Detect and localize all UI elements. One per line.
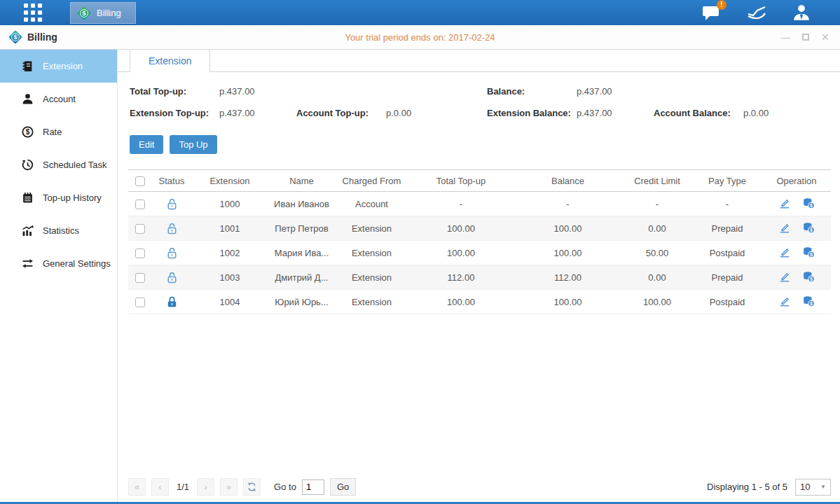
cell-charged-from: Extension [335, 290, 408, 314]
account-icon [22, 93, 34, 105]
cell-pay-type: - [692, 192, 762, 216]
edit-row-icon[interactable] [778, 221, 791, 234]
page-size-select[interactable]: 10 ▼ [795, 479, 831, 496]
monitor-button[interactable] [747, 5, 766, 20]
window-controls: — × [780, 30, 829, 45]
edit-button[interactable]: Edit [130, 135, 163, 154]
cell-credit-limit: 100.00 [622, 290, 692, 314]
cell-extension: 1004 [191, 290, 268, 314]
tab-extension[interactable]: Extension [130, 50, 210, 72]
col-header-pay-type: Pay Type [692, 170, 762, 192]
notification-badge: ! [717, 0, 727, 10]
select-all-checkbox[interactable] [135, 176, 145, 186]
last-page-button[interactable]: » [220, 478, 237, 496]
scheduled-task-icon [22, 159, 34, 171]
col-header-charged-from: Charged From [335, 170, 408, 192]
account-topup-value: p.0.00 [386, 108, 463, 118]
balance-summary: Total Top-up: p.437.00 Extension Top-up:… [118, 72, 840, 128]
statistics-icon [22, 225, 34, 237]
edit-row-icon[interactable] [778, 295, 791, 307]
minimize-button[interactable]: — [780, 31, 790, 43]
topup-row-icon[interactable]: $ [802, 246, 815, 258]
cell-extension: 1000 [191, 192, 268, 216]
balance-value: p.437.00 [577, 86, 654, 97]
taskbar-tab-label: Billing [97, 8, 121, 18]
select-all-cell [128, 170, 152, 192]
cell-name: Дмитрий Д... [268, 265, 335, 290]
unlock-icon [165, 222, 179, 232]
row-checkbox[interactable] [135, 273, 145, 283]
extension-icon [22, 60, 34, 72]
row-checkbox[interactable] [135, 224, 145, 234]
edit-row-icon[interactable] [778, 246, 791, 258]
sidebar-item-rate[interactable]: $Rate [0, 115, 117, 148]
sidebar-item-extension[interactable]: Extension [0, 50, 117, 83]
window-titlebar: $ Billing Your trial period ends on: 201… [0, 25, 840, 50]
extension-balance-label: Extension Balance: [487, 108, 577, 118]
topup-row-icon[interactable]: $ [802, 270, 815, 283]
first-page-button[interactable]: « [128, 478, 146, 496]
extensions-table: StatusExtensionNameCharged FromTotal Top… [128, 169, 831, 314]
col-header-name: Name [268, 170, 335, 192]
topup-button[interactable]: Top Up [170, 135, 216, 154]
sidebar-item-account[interactable]: Account [0, 83, 117, 115]
svg-text:$: $ [810, 301, 813, 307]
refresh-button[interactable] [243, 478, 261, 496]
topup-row-icon[interactable]: $ [802, 295, 815, 307]
col-header-balance: Balance [514, 170, 622, 192]
app-launcher-icon[interactable] [24, 4, 42, 22]
cell-total-topup: 100.00 [408, 241, 514, 265]
cell-charged-from: Extension [335, 265, 408, 290]
cell-charged-from: Account [335, 192, 408, 216]
cell-name: Иван Иванов [268, 192, 335, 216]
pagination-bar: « ‹ 1/1 › » Go to Go [128, 478, 831, 496]
next-page-button[interactable]: › [197, 478, 214, 496]
sidebar-item-statistics[interactable]: Statistics [0, 214, 117, 247]
svg-text:$: $ [810, 276, 813, 282]
cell-balance: 100.00 [514, 216, 622, 241]
cell-total-topup: - [408, 192, 514, 216]
go-button[interactable]: Go [330, 478, 356, 496]
taskbar: $ Billing ! [0, 0, 840, 25]
goto-label: Go to [274, 482, 296, 492]
table-row: 1000Иван ИвановAccount----$ [128, 192, 831, 216]
total-topup-label: Total Top-up: [130, 86, 219, 97]
page-indicator: 1/1 [177, 482, 189, 492]
cell-charged-from: Extension [335, 216, 408, 241]
main-panel: Extension Total Top-up: p.437.00 Extensi… [118, 50, 840, 502]
edit-row-icon[interactable] [778, 270, 791, 283]
unlock-icon [165, 246, 179, 257]
sidebar-item-top-up-history[interactable]: Top-up History [0, 181, 117, 214]
taskbar-tray: ! [702, 0, 811, 25]
topup-row-icon[interactable]: $ [802, 197, 815, 209]
cell-extension: 1002 [191, 241, 268, 265]
lock-icon [165, 295, 179, 306]
messages-button[interactable]: ! [702, 4, 721, 21]
row-checkbox[interactable] [135, 248, 145, 258]
goto-page-input[interactable] [302, 479, 324, 495]
row-checkbox[interactable] [135, 298, 145, 307]
taskbar-billing-tab[interactable]: $ Billing [70, 2, 136, 24]
user-menu-button[interactable] [792, 4, 811, 22]
toolbar: Edit Top Up [130, 135, 840, 154]
svg-text:$: $ [810, 203, 813, 209]
topup-row-icon[interactable]: $ [802, 221, 815, 234]
row-checkbox[interactable] [135, 200, 145, 209]
edit-row-icon[interactable] [778, 197, 791, 209]
billing-window-icon: $ [8, 30, 22, 44]
close-button[interactable]: × [821, 30, 829, 45]
table-row: 1004Юрий Юрь...Extension100.00100.00100.… [128, 290, 831, 314]
trial-notice: Your trial period ends on: 2017-02-24 [345, 32, 495, 43]
prev-page-button[interactable]: ‹ [151, 478, 169, 496]
total-topup-value: p.437.00 [219, 86, 296, 97]
user-icon [792, 4, 811, 22]
sidebar-item-scheduled-task[interactable]: Scheduled Task [0, 148, 117, 181]
maximize-button[interactable] [802, 34, 809, 41]
chevron-down-icon: ▼ [820, 484, 826, 490]
unlock-icon [165, 197, 179, 208]
cell-name: Мария Ива... [268, 241, 335, 265]
sidebar-item-general-settings[interactable]: General Settings [0, 247, 117, 280]
cell-extension: 1003 [191, 265, 268, 290]
cell-pay-type: Prepaid [692, 265, 762, 290]
sidebar: ExtensionAccount$RateScheduled TaskTop-u… [0, 50, 118, 502]
